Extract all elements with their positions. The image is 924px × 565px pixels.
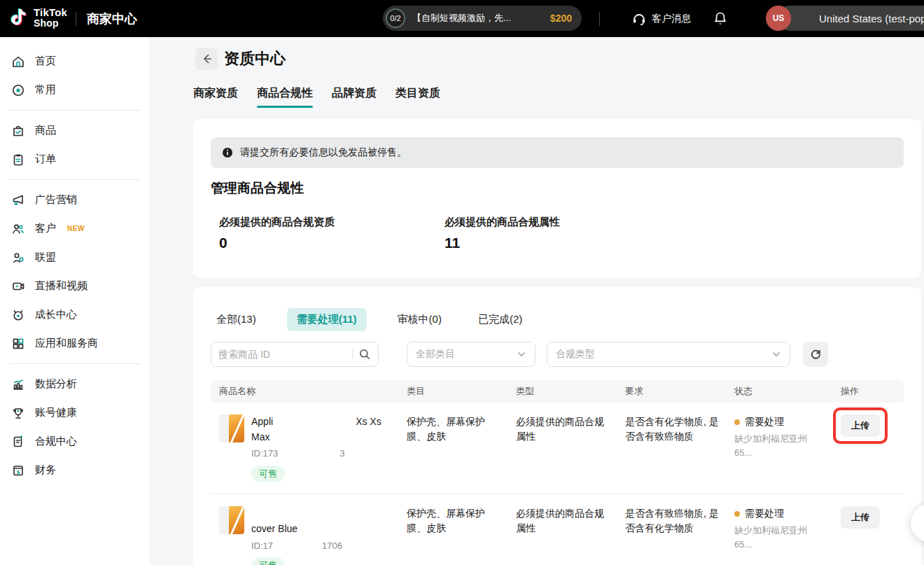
sidebar-item-growth-center[interactable]: 成长中心: [0, 300, 149, 329]
back-arrow-icon: [200, 53, 213, 65]
table-row: cover Blue ID:171706 可售 保护壳、屏幕保护膜、皮肤 必须提…: [211, 494, 904, 565]
tiktok-shop-logo[interactable]: TikTok Shop: [10, 7, 67, 28]
brand-line2: Shop: [34, 18, 67, 28]
stat-value: 11: [444, 235, 670, 251]
live-video-icon: [11, 279, 25, 293]
topbar-divider-2: [599, 12, 600, 26]
page-title: 资质中心: [224, 48, 286, 70]
product-name[interactable]: AppliXs XsMax: [251, 414, 393, 445]
sidebar-item-live-video[interactable]: 直播和视频: [0, 272, 149, 300]
megaphone-icon: [11, 193, 25, 207]
sidebar-item-analytics[interactable]: 数据分析: [0, 370, 149, 398]
sidebar-divider: [8, 179, 141, 180]
back-button[interactable]: [195, 48, 218, 70]
chevron-down-icon: [517, 349, 526, 359]
sidebar-item-account-health[interactable]: 账号健康: [0, 398, 149, 427]
col-action: 操作: [832, 385, 904, 398]
sidebar-item-orders[interactable]: 订单: [0, 145, 149, 174]
sidebar-item-label: 联盟: [35, 251, 56, 264]
region-avatar[interactable]: US: [766, 6, 791, 31]
status-dot: [734, 511, 740, 517]
stat-value: 0: [219, 235, 444, 251]
notifications-button[interactable]: [712, 11, 729, 27]
compliance-type-select-value: 合规类型: [556, 348, 595, 361]
compliance-stats: 必须提供的商品合规资质 0 必须提供的商品合规属性 11: [219, 216, 670, 251]
tab-merchant-qualifications[interactable]: 商家资质: [193, 86, 238, 108]
sidebar-item-label: 账号健康: [35, 406, 77, 419]
col-status: 状态: [726, 385, 832, 398]
tab-product-compliance[interactable]: 商品合规性: [257, 86, 313, 108]
compliance-overview-card: 请提交所有必要信息以免发品被停售。 管理商品合规性 必须提供的商品合规资质 0 …: [193, 119, 921, 278]
col-requirement: 要求: [617, 385, 726, 398]
action-cell: 上传: [832, 414, 904, 482]
compliance-doc-icon: [11, 435, 25, 449]
sidebar-item-compliance-center[interactable]: 合规中心: [0, 427, 149, 456]
sidebar-item-label: 数据分析: [35, 377, 77, 391]
tab-brand-qualifications[interactable]: 品牌资质: [332, 86, 377, 108]
sidebar-item-apps-services[interactable]: 应用和服务商: [0, 329, 149, 358]
customers-icon: [11, 222, 25, 236]
promo-text: 【自制短视频激励，先...: [412, 12, 511, 25]
affiliate-icon: [11, 251, 25, 265]
status-filter-tabs: 全部(13) 需要处理(11) 审核中(0) 已完成(2): [211, 308, 528, 331]
sidebar-item-label: 直播和视频: [35, 279, 88, 293]
sidebar-item-label: 商品: [35, 124, 56, 137]
refresh-button[interactable]: [803, 342, 828, 367]
sidebar-item-label: 广告营销: [35, 193, 77, 207]
sidebar-item-finance[interactable]: $ 财务: [0, 456, 149, 484]
tab-category-qualifications[interactable]: 类目资质: [396, 86, 440, 108]
sidebar-item-customers[interactable]: 客户 NEW: [0, 214, 149, 243]
compliance-table: 商品名称 类目 类型 要求 状态 操作 AppliXs XsMax ID:173…: [211, 380, 904, 565]
upload-button[interactable]: 上传: [841, 414, 880, 437]
info-banner: 请提交所有必要信息以免发品被停售。: [211, 137, 904, 168]
filter-tab-all[interactable]: 全部(13): [211, 308, 262, 331]
bell-icon: [712, 11, 729, 27]
table-row: AppliXs XsMax ID:1733 可售 保护壳、屏幕保护膜、皮肤 必须…: [211, 403, 904, 494]
orders-clipboard-icon: [11, 153, 25, 167]
type-cell: 必须提供的商品合规属性: [507, 414, 617, 482]
sidebar-item-ads[interactable]: 广告营销: [0, 186, 149, 214]
stat-required-certifications: 必须提供的商品合规资质 0: [219, 216, 444, 251]
status-detail: 缺少加利福尼亚州 65...: [734, 432, 827, 459]
sellable-badge: 可售: [251, 557, 285, 565]
status-cell: 需要处理 缺少加利福尼亚州 65...: [726, 414, 832, 482]
brand-line1: TikTok: [34, 7, 67, 18]
filter-tab-need-action[interactable]: 需要处理(11): [287, 308, 367, 331]
promo-banner[interactable]: 0/2 【自制短视频激励，先... $200: [383, 6, 582, 31]
stat-label: 必须提供的商品合规属性: [444, 216, 670, 229]
product-id: ID:171706: [251, 539, 393, 553]
status-detail: 缺少加利福尼亚州 65...: [734, 524, 827, 551]
region-selector[interactable]: United States (test-pop-lb): [777, 6, 924, 31]
sidebar-item-home[interactable]: 首页: [0, 47, 149, 76]
info-icon: [222, 147, 233, 158]
filter-tab-in-review[interactable]: 审核中(0): [392, 308, 447, 331]
sidebar-item-label: 应用和服务商: [35, 337, 98, 350]
product-name[interactable]: cover Blue: [251, 506, 393, 536]
sidebar-item-affiliate[interactable]: 联盟: [0, 243, 149, 272]
new-badge: NEW: [67, 225, 85, 232]
sidebar-item-products[interactable]: 商品: [0, 116, 149, 145]
compliance-type-select[interactable]: 合规类型: [547, 342, 790, 367]
product-id-search[interactable]: [211, 342, 379, 367]
tiktok-note-icon: [10, 7, 29, 28]
search-icon[interactable]: [358, 348, 371, 361]
category-cell: 保护壳、屏幕保护膜、皮肤: [398, 414, 507, 482]
filter-tab-completed[interactable]: 已完成(2): [472, 308, 528, 331]
refresh-icon: [810, 349, 822, 361]
sidebar-item-frequently-used[interactable]: 常用: [0, 76, 149, 104]
sidebar-item-label: 常用: [35, 83, 56, 97]
customer-messages-button[interactable]: 客户消息: [632, 0, 691, 37]
sidebar-item-label: 客户: [35, 222, 56, 235]
upload-button[interactable]: 上传: [841, 506, 880, 529]
category-select[interactable]: 全部类目: [407, 342, 536, 367]
search-input[interactable]: [218, 349, 346, 360]
promo-progress-badge: 0/2: [386, 8, 405, 28]
promo-amount: $200: [550, 13, 572, 24]
chevron-down-icon: [771, 349, 781, 359]
region-label: United States (test-pop-lb): [819, 13, 924, 25]
category-cell: 保护壳、屏幕保护膜、皮肤: [398, 506, 507, 565]
headset-icon: [632, 12, 646, 26]
table-header: 商品名称 类目 类型 要求 状态 操作: [211, 380, 904, 403]
sidebar-item-label: 订单: [35, 153, 56, 166]
svg-text:$: $: [16, 468, 20, 475]
